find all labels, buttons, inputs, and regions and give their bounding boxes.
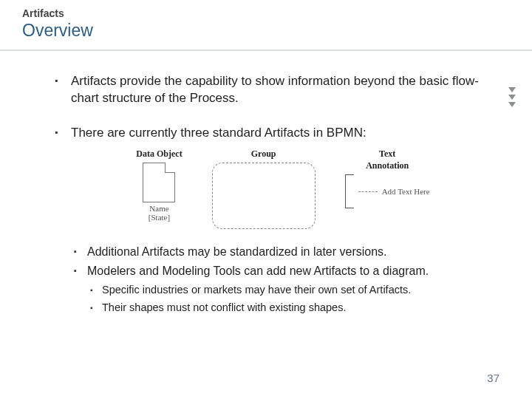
data-object-icon xyxy=(143,163,175,202)
bullet-text: There are currently three standard Artif… xyxy=(71,126,366,140)
artifact-group: Group xyxy=(212,148,316,229)
page-title: Overview xyxy=(22,21,532,41)
artifact-data-object: Data Object Name [State] xyxy=(136,148,182,222)
artifacts-diagram: Data Object Name [State] Group xyxy=(71,148,495,229)
diagram-label: Data Object xyxy=(136,148,182,160)
diagram-label: Text xyxy=(366,148,409,160)
diagram-hint: Add Text Here xyxy=(382,186,430,197)
bullet-item: Modelers and Modeling Tools can add new … xyxy=(71,263,495,316)
decorative-triangles xyxy=(508,87,516,107)
bullet-text: Modelers and Modeling Tools can add new … xyxy=(87,265,429,277)
text-annotation-icon: Add Text Here xyxy=(345,174,430,208)
diagram-label: Annotation xyxy=(366,160,409,171)
bullet-item: Artifacts provide the capability to show… xyxy=(52,73,495,107)
page-number: 37 xyxy=(487,372,499,384)
diagram-label: Group xyxy=(251,148,276,160)
bullet-item: Their shapes must not conflict with exis… xyxy=(87,301,495,316)
bullet-item: Specific industries or markets may have … xyxy=(87,283,495,298)
group-box-icon xyxy=(212,163,316,229)
bullet-item: There are currently three standard Artif… xyxy=(52,125,495,315)
bullet-item: Additional Artifacts may be standardized… xyxy=(71,244,495,260)
diagram-caption: [State] xyxy=(149,213,170,222)
artifact-text-annotation: Text Annotation Add Text Here xyxy=(345,148,430,208)
diagram-caption: Name xyxy=(149,204,170,213)
breadcrumb: Artifacts xyxy=(22,7,532,19)
